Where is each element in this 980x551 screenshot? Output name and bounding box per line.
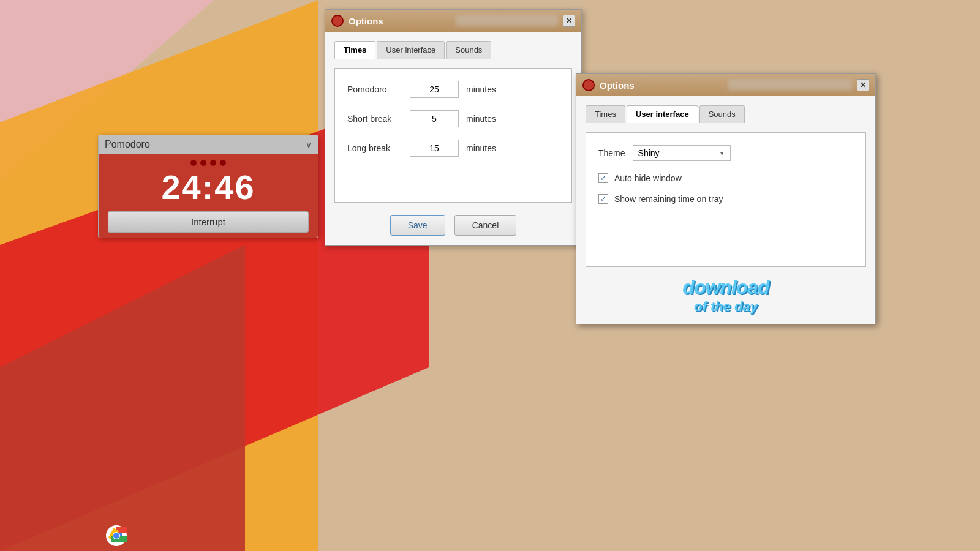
tab-user-interface-1[interactable]: User interface (377, 41, 445, 59)
pomodoro-widget: Pomodoro ∨ 24:46 Interrupt (98, 135, 318, 238)
tab-user-interface-2[interactable]: User interface (627, 105, 698, 123)
auto-hide-checkbox[interactable]: ✓ (598, 173, 608, 183)
dialog-1-tab-content: Pomodoro minutes Short break minutes Lon… (334, 68, 572, 203)
save-button[interactable]: Save (390, 215, 445, 236)
theme-select[interactable]: Shiny ▼ (633, 145, 731, 161)
dialog-2-icon (582, 79, 595, 91)
dialog-2-title-blur (728, 80, 852, 91)
pomodoro-header: Pomodoro ∨ (99, 135, 318, 154)
pomodoro-dots (190, 160, 226, 166)
short-break-unit: minutes (466, 114, 496, 124)
show-remaining-checkbox[interactable]: ✓ (598, 194, 608, 204)
dialog-1-content: Times User interface Sounds Pomodoro min… (325, 32, 581, 245)
dialog-1-icon (331, 15, 344, 27)
short-break-input[interactable] (410, 110, 459, 127)
pomodoro-row: Pomodoro minutes (347, 81, 559, 98)
long-break-row: Long break minutes (347, 140, 559, 157)
tab-sounds-2[interactable]: Sounds (699, 105, 745, 123)
interrupt-button[interactable]: Interrupt (108, 211, 309, 233)
chrome-icon[interactable] (104, 523, 129, 548)
long-break-input[interactable] (410, 140, 459, 157)
long-break-unit: minutes (466, 143, 496, 153)
svg-point-9 (113, 533, 119, 539)
dialog-1-titlebar: Options ✕ (325, 10, 581, 32)
options-dialog-1: Options ✕ Times User interface Sounds Po… (325, 9, 582, 246)
theme-label: Theme (598, 148, 625, 158)
dialog-1-title-blur (456, 15, 558, 26)
short-break-row: Short break minutes (347, 110, 559, 127)
theme-arrow-icon: ▼ (719, 150, 725, 157)
dialog-1-title: Options (349, 16, 451, 26)
short-break-label: Short break (347, 114, 402, 124)
tab-sounds-1[interactable]: Sounds (446, 41, 491, 59)
auto-hide-label: Auto hide window (614, 173, 682, 183)
dialog-2-tab-bar: Times User interface Sounds (586, 105, 866, 123)
dialog-1-btn-row: Save Cancel (334, 215, 572, 236)
dialog-2-content: Times User interface Sounds Theme Shiny … (576, 96, 875, 324)
pomodoro-title: Pomodoro (105, 139, 150, 150)
tab-times-2[interactable]: Times (586, 105, 625, 123)
pomodoro-label: Pomodoro (347, 84, 402, 94)
pomodoro-body: 24:46 Interrupt (99, 154, 318, 233)
dialog-1-close-button[interactable]: ✕ (563, 15, 575, 27)
pomodoro-dot (200, 160, 206, 166)
pomodoro-unit: minutes (466, 84, 496, 94)
download-badge: download of the day (586, 276, 866, 315)
auto-hide-row: ✓ Auto hide window (598, 173, 853, 183)
pomodoro-input[interactable] (410, 81, 459, 98)
pomodoro-dot (190, 160, 197, 166)
options-dialog-2: Options ✕ Times User interface Sounds Th… (576, 73, 876, 324)
pomodoro-dot (210, 160, 216, 166)
pomodoro-footer (99, 233, 318, 238)
theme-row: Theme Shiny ▼ (598, 145, 853, 161)
dialog-2-tab-content: Theme Shiny ▼ ✓ Auto hide window ✓ Show … (586, 132, 866, 267)
pomodoro-time: 24:46 (161, 168, 255, 206)
theme-value: Shiny (638, 148, 660, 158)
download-line1: download (586, 276, 866, 299)
pomodoro-chevron-icon[interactable]: ∨ (306, 140, 312, 149)
pomodoro-dot (220, 160, 226, 166)
show-remaining-label: Show remaining time on tray (614, 194, 723, 204)
download-line2: of the day (586, 299, 866, 315)
show-remaining-row: ✓ Show remaining time on tray (598, 194, 853, 204)
cancel-button[interactable]: Cancel (454, 215, 517, 236)
tab-times-1[interactable]: Times (334, 41, 375, 59)
dialog-2-close-button[interactable]: ✕ (857, 79, 869, 91)
dialog-2-title: Options (600, 80, 723, 91)
dialog-2-titlebar: Options ✕ (576, 74, 875, 96)
long-break-label: Long break (347, 143, 402, 153)
dialog-1-tab-bar: Times User interface Sounds (334, 41, 572, 59)
